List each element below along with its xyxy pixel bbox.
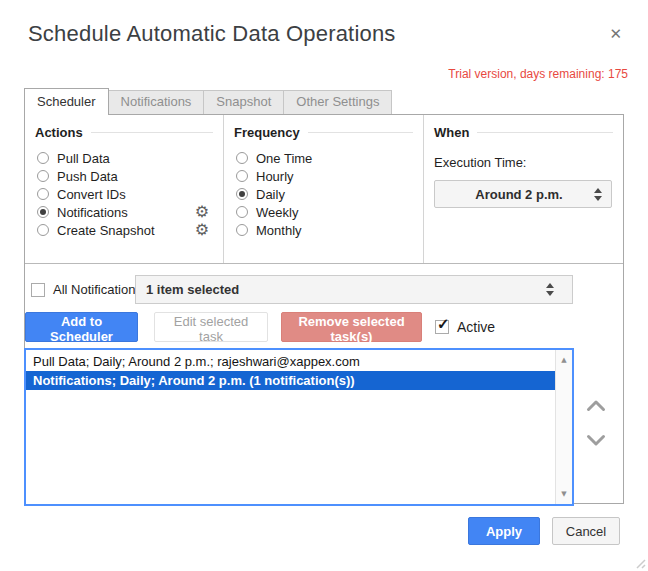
- notification-selection-select[interactable]: 1 item selected: [135, 275, 573, 304]
- radio-one-time[interactable]: One Time: [234, 149, 413, 167]
- radio-label: Notifications: [57, 205, 128, 220]
- dialog-title: Schedule Automatic Data Operations: [28, 21, 396, 47]
- radio-label: Hourly: [256, 169, 294, 184]
- radio-indicator: [37, 188, 49, 200]
- radio-indicator: [236, 188, 248, 200]
- actions-options: Pull Data Push Data Convert IDs Notifica…: [35, 149, 213, 239]
- resize-grip[interactable]: [633, 556, 646, 569]
- radio-hourly[interactable]: Hourly: [234, 167, 413, 185]
- radio-daily[interactable]: Daily: [234, 185, 413, 203]
- active-label: Active: [457, 319, 495, 335]
- radio-indicator: [236, 170, 248, 182]
- actions-group: Actions Pull Data Push Data Convert IDs: [25, 115, 224, 263]
- add-to-scheduler-button[interactable]: Add to Scheduler: [25, 312, 138, 342]
- task-reorder-controls: [578, 399, 614, 447]
- when-group: When Execution Time: Around 2 p.m.: [424, 115, 623, 263]
- when-group-title: When: [434, 124, 613, 140]
- radio-indicator: [37, 206, 49, 218]
- select-spinner-icon: [546, 283, 554, 296]
- all-notifications-label: All Notifications: [53, 282, 142, 297]
- schedule-dialog: Schedule Automatic Data Operations ✕ Tri…: [0, 0, 648, 571]
- tab-snapshot[interactable]: Snapshot: [203, 90, 284, 114]
- task-list-item[interactable]: Pull Data; Daily; Around 2 p.m.; rajeshw…: [26, 352, 555, 371]
- radio-create-snapshot[interactable]: Create Snapshot ⚙: [35, 221, 213, 239]
- move-task-down-icon[interactable]: [586, 434, 606, 447]
- notifications-settings-gear-icon[interactable]: ⚙: [195, 204, 209, 220]
- options-columns: Actions Pull Data Push Data Convert IDs: [25, 115, 623, 264]
- spinner-down-icon: [594, 196, 602, 201]
- radio-monthly[interactable]: Monthly: [234, 221, 413, 239]
- radio-convert-ids[interactable]: Convert IDs: [35, 185, 213, 203]
- group-title-text: Frequency: [234, 125, 300, 140]
- tab-notifications[interactable]: Notifications: [108, 90, 205, 114]
- tab-scheduler[interactable]: Scheduler: [24, 88, 109, 115]
- radio-label: Monthly: [256, 223, 302, 238]
- group-title-line: [308, 132, 413, 133]
- group-title-line: [91, 132, 213, 133]
- frequency-group: Frequency One Time Hourly Daily: [224, 115, 424, 263]
- radio-indicator: [37, 170, 49, 182]
- radio-label: Pull Data: [57, 151, 110, 166]
- check-icon: ✓: [437, 316, 450, 331]
- radio-indicator: [236, 152, 248, 164]
- task-list: Pull Data; Daily; Around 2 p.m.; rajeshw…: [26, 350, 555, 504]
- scrollbar-up-icon[interactable]: ▲: [556, 352, 572, 368]
- trial-notice: Trial version, days remaining: 175: [448, 67, 628, 81]
- group-title-text: When: [434, 125, 469, 140]
- task-list-item-selected[interactable]: Notifications; Daily; Around 2 p.m. (1 n…: [26, 371, 555, 390]
- frequency-options: One Time Hourly Daily Weekly: [234, 149, 413, 239]
- radio-label: Daily: [256, 187, 285, 202]
- snapshot-settings-gear-icon[interactable]: ⚙: [195, 222, 209, 238]
- group-title-line: [477, 132, 613, 133]
- all-notifications-row: All Notifications: [31, 275, 142, 304]
- radio-label: One Time: [256, 151, 312, 166]
- close-icon[interactable]: ✕: [609, 26, 622, 41]
- select-spinner-icon: [594, 188, 602, 201]
- radio-label: Convert IDs: [57, 187, 126, 202]
- listbox-scrollbar[interactable]: ▲ ▼: [555, 350, 572, 504]
- radio-weekly[interactable]: Weekly: [234, 203, 413, 221]
- radio-label: Create Snapshot: [57, 223, 155, 238]
- radio-notifications[interactable]: Notifications ⚙: [35, 203, 213, 221]
- scheduler-tab-panel: Actions Pull Data Push Data Convert IDs: [24, 114, 624, 504]
- cancel-button[interactable]: Cancel: [552, 517, 620, 545]
- notification-selection-value: 1 item selected: [146, 282, 546, 297]
- move-task-up-icon[interactable]: [586, 399, 606, 412]
- frequency-group-title: Frequency: [234, 124, 413, 140]
- group-title-text: Actions: [35, 125, 83, 140]
- scrollbar-down-icon[interactable]: ▼: [556, 486, 572, 502]
- execution-time-value: Around 2 p.m.: [444, 187, 594, 202]
- remove-selected-tasks-button[interactable]: Remove selected task(s): [281, 312, 422, 342]
- spinner-up-icon: [546, 283, 554, 288]
- execution-time-label: Execution Time:: [434, 155, 613, 170]
- active-checkbox[interactable]: ✓: [435, 320, 449, 334]
- active-toggle[interactable]: ✓ Active: [435, 319, 495, 335]
- radio-indicator: [37, 224, 49, 236]
- execution-time-select[interactable]: Around 2 p.m.: [434, 180, 612, 208]
- tab-bar: Scheduler Notifications Snapshot Other S…: [24, 88, 392, 114]
- radio-push-data[interactable]: Push Data: [35, 167, 213, 185]
- radio-label: Weekly: [256, 205, 298, 220]
- edit-selected-task-button[interactable]: Edit selected task: [154, 312, 268, 342]
- tab-other-settings[interactable]: Other Settings: [283, 90, 392, 114]
- radio-label: Push Data: [57, 169, 118, 184]
- radio-pull-data[interactable]: Pull Data: [35, 149, 213, 167]
- radio-indicator: [236, 206, 248, 218]
- task-buttons-row: Add to Scheduler Edit selected task Remo…: [25, 312, 495, 342]
- radio-indicator: [37, 152, 49, 164]
- actions-group-title: Actions: [35, 124, 213, 140]
- scheduled-tasks-listbox[interactable]: Pull Data; Daily; Around 2 p.m.; rajeshw…: [24, 348, 574, 506]
- spinner-up-icon: [594, 188, 602, 193]
- radio-indicator: [236, 224, 248, 236]
- apply-button[interactable]: Apply: [468, 517, 540, 545]
- all-notifications-checkbox[interactable]: [31, 283, 45, 297]
- spinner-down-icon: [546, 291, 554, 296]
